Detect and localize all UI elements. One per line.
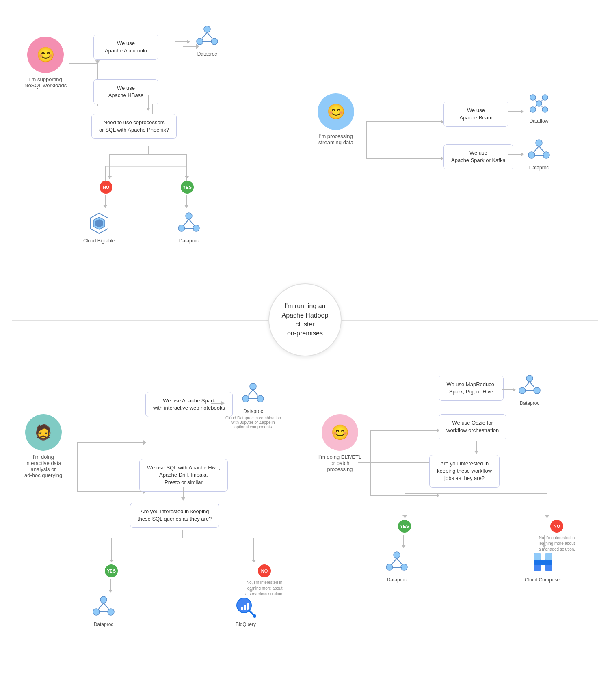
arrow-oozie-down [476, 441, 478, 454]
svg-point-40 [530, 107, 536, 112]
svg-line-29 [184, 219, 189, 225]
svg-rect-80 [247, 603, 249, 610]
spark-kafka-box: We use Apache Spark or Kafka [443, 144, 513, 169]
svg-point-60 [242, 395, 249, 402]
arrow-yes-down [186, 195, 188, 208]
arrow-mr-dp [502, 388, 516, 392]
bottom-half: 🧔 I'm doing interactive data analysis or… [12, 321, 598, 690]
coprocessor-box: Need to use coprocessors or SQL with Apa… [91, 114, 177, 139]
top-half: 😊 I'm supporting NoSQL workloads We use … [12, 12, 598, 321]
streaming-branch [354, 110, 443, 172]
composer-icon: Cloud Composer [525, 550, 561, 583]
etl-label: I'm doing ELT/ETL or batch processing [318, 454, 362, 472]
arrow-no-br [544, 535, 546, 548]
dataproc-bl-icon1: Dataproc Cloud Dataproc in combination w… [225, 382, 281, 429]
dataproc-br-yes: Dataproc [385, 550, 409, 583]
svg-line-50 [534, 146, 539, 152]
svg-point-49 [543, 152, 549, 158]
svg-line-74 [99, 603, 104, 609]
svg-marker-102 [545, 515, 549, 518]
etl-avatar: 😊 [322, 414, 358, 451]
svg-rect-112 [534, 553, 541, 560]
svg-point-91 [526, 375, 533, 382]
sql-keep-branch [100, 530, 266, 564]
accumulo-box: We use Apache Accumulo [93, 35, 158, 60]
svg-line-43 [535, 100, 537, 102]
svg-point-38 [530, 95, 536, 100]
oozie-box: We use Oozie for workflow orchestration [439, 414, 506, 439]
svg-point-28 [193, 225, 199, 231]
dataflow-icon: Dataflow [527, 91, 551, 124]
no-badge-1: NO [100, 181, 112, 194]
svg-point-27 [178, 225, 185, 231]
bigquery-icon: BigQuery [234, 595, 258, 627]
bigtable-icon: Cloud Bigtable [83, 211, 115, 244]
svg-marker-69 [109, 560, 114, 562]
sql-keep-box: Are you interested in keeping these SQL … [130, 503, 219, 528]
svg-rect-111 [534, 560, 552, 565]
svg-point-59 [250, 383, 256, 390]
svg-line-94 [525, 382, 530, 387]
arrow-hbase-down [146, 95, 150, 111]
svg-marker-70 [251, 560, 256, 562]
svg-rect-78 [241, 607, 243, 610]
arrow-no-down [105, 195, 107, 208]
svg-line-51 [539, 146, 544, 152]
svg-point-73 [108, 609, 114, 615]
svg-point-61 [257, 395, 264, 402]
svg-point-12 [197, 38, 203, 45]
dataproc-tr-icon: Dataproc [527, 138, 551, 171]
top-left-panel: 😊 I'm supporting NoSQL workloads We use … [12, 12, 305, 312]
svg-point-11 [204, 26, 210, 32]
svg-point-82 [253, 614, 256, 618]
svg-marker-101 [402, 515, 407, 518]
svg-marker-22 [184, 176, 189, 179]
coprocessor-branch [102, 146, 195, 180]
svg-point-13 [211, 38, 218, 45]
dataproc-bl-yes: Dataproc [91, 595, 116, 627]
svg-line-46 [541, 106, 543, 107]
svg-line-107 [397, 558, 402, 564]
svg-line-63 [253, 390, 258, 395]
nosql-avatar: 😊 [27, 37, 64, 73]
arrow-yes-br [403, 535, 406, 548]
interactive-person: 🧔 I'm doing interactive data analysis or… [24, 414, 62, 478]
arrow-no-bl [251, 579, 253, 593]
arrow-beam-df [508, 110, 524, 114]
svg-point-104 [386, 564, 393, 570]
streaming-label: I'm processing streaming data [318, 133, 353, 145]
dataproc-icon-2: Dataproc [177, 211, 201, 244]
bottom-right-panel: 😊 I'm doing ELT/ETL or batch processing [305, 365, 598, 690]
svg-marker-36 [441, 119, 443, 124]
arrow-spark-dp2 [211, 401, 225, 405]
nosql-person: 😊 I'm supporting NoSQL workloads [24, 37, 67, 89]
interactive-label: I'm doing interactive data analysis or a… [24, 454, 62, 478]
mapreduce-box: We use MapReduce, Spark, Pig, or Hive [439, 376, 504, 401]
yes-badge-bl: YES [105, 564, 118, 577]
svg-marker-57 [143, 440, 146, 445]
nosql-label: I'm supporting NoSQL workloads [24, 76, 67, 89]
svg-point-26 [186, 213, 192, 219]
svg-marker-37 [441, 156, 443, 161]
svg-point-48 [528, 152, 535, 158]
svg-line-30 [189, 219, 194, 225]
etl-person: 😊 I'm doing ELT/ETL or batch processing [318, 414, 362, 472]
dataproc-br-icon1: Dataproc [517, 374, 542, 406]
dataproc-icon-1: Dataproc [195, 24, 219, 57]
svg-point-92 [519, 387, 526, 394]
interactive-avatar: 🧔 [25, 414, 62, 451]
svg-rect-79 [244, 605, 246, 610]
svg-line-44 [541, 100, 543, 102]
svg-point-103 [394, 552, 400, 558]
arrow-acc-dataproc [175, 40, 190, 44]
beam-box: We use Apache Beam [443, 102, 508, 127]
svg-line-14 [202, 32, 207, 38]
sql-box: We use SQL with Apache Hive, Apache Dril… [139, 459, 228, 492]
main-container: 😊 I'm supporting NoSQL workloads We use … [0, 0, 610, 700]
yes-badge-1: YES [181, 181, 194, 194]
yes-badge-br: YES [398, 520, 411, 533]
arrow-sql-down [183, 487, 185, 501]
bottom-left-panel: 🧔 I'm doing interactive data analysis or… [12, 365, 305, 690]
svg-marker-21 [107, 176, 112, 179]
svg-point-105 [401, 564, 407, 570]
